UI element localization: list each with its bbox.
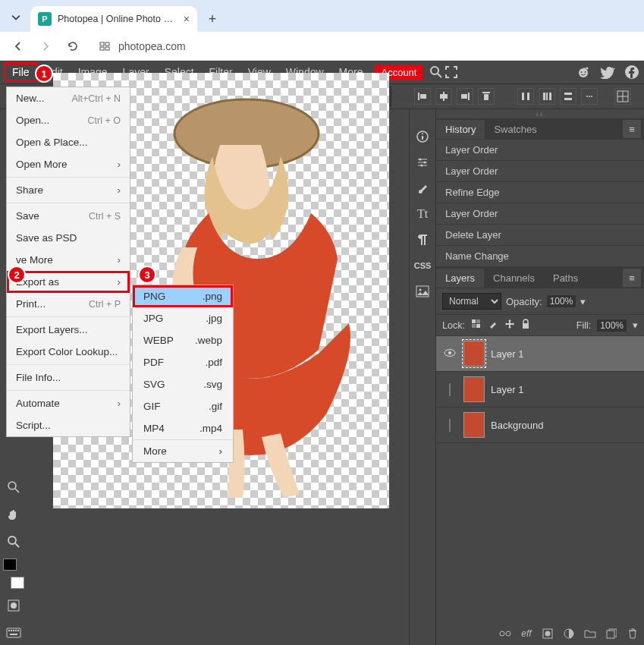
lock-all-icon[interactable] bbox=[521, 319, 530, 332]
dodge-tool-icon[interactable] bbox=[3, 477, 24, 498]
align-top-icon[interactable] bbox=[478, 88, 495, 105]
distribute-more-icon[interactable] bbox=[581, 88, 598, 105]
back-button[interactable] bbox=[8, 36, 29, 57]
forward-button[interactable] bbox=[35, 36, 56, 57]
distribute-1-icon[interactable] bbox=[517, 88, 534, 105]
opacity-value[interactable]: 100% bbox=[547, 295, 576, 307]
lock-move-icon[interactable] bbox=[504, 319, 515, 332]
file-save-psd[interactable]: Save as PSD bbox=[7, 227, 130, 249]
layer-row[interactable]: Layer 1 bbox=[436, 336, 644, 372]
export-png[interactable]: PNG.png bbox=[133, 285, 233, 307]
layers-panel-menu-icon[interactable]: ≡ bbox=[623, 269, 641, 287]
align-right-icon[interactable] bbox=[457, 88, 473, 105]
export-pdf[interactable]: PDF.pdf bbox=[133, 351, 233, 373]
layer-mask-icon[interactable] bbox=[541, 627, 554, 640]
keyboard-icon[interactable] bbox=[3, 622, 24, 643]
layer-name[interactable]: Layer 1 bbox=[491, 348, 523, 360]
export-webp[interactable]: WEBP.webp bbox=[133, 329, 233, 351]
export-svg[interactable]: SVG.svg bbox=[133, 373, 233, 395]
layers-tab[interactable]: Layers bbox=[436, 269, 484, 288]
info-panel-icon[interactable] bbox=[412, 127, 433, 146]
export-mp4[interactable]: MP4.mp4 bbox=[133, 417, 233, 439]
export-more[interactable]: More› bbox=[133, 439, 233, 462]
tab-close-icon[interactable]: × bbox=[184, 13, 190, 25]
search-icon[interactable] bbox=[429, 64, 444, 80]
link-layers-icon[interactable] bbox=[498, 627, 512, 640]
fullscreen-icon[interactable] bbox=[444, 64, 459, 80]
export-gif[interactable]: GIF.gif bbox=[133, 395, 233, 417]
panel-collapse-handle[interactable]: ‹‹ bbox=[436, 109, 644, 118]
visibility-toggle[interactable] bbox=[442, 384, 457, 395]
site-settings-icon[interactable] bbox=[97, 39, 112, 54]
image-panel-icon[interactable] bbox=[412, 282, 433, 300]
visibility-icon[interactable] bbox=[442, 348, 457, 360]
reddit-icon[interactable] bbox=[576, 64, 591, 80]
history-item[interactable]: Delete Layer bbox=[436, 225, 644, 246]
file-save-more[interactable]: ve More› bbox=[7, 249, 130, 271]
file-share[interactable]: Share› bbox=[7, 179, 130, 201]
fill-value[interactable]: 100% bbox=[597, 319, 627, 332]
zoom-tool-icon[interactable] bbox=[3, 531, 24, 552]
layer-thumbnail[interactable] bbox=[463, 412, 485, 438]
file-print[interactable]: Print...Ctrl + P bbox=[7, 293, 130, 315]
new-layer-icon[interactable] bbox=[605, 627, 618, 640]
distribute-2-icon[interactable] bbox=[539, 88, 555, 105]
file-export-layers[interactable]: Export Layers... bbox=[7, 319, 130, 341]
layer-row[interactable]: Layer 1 bbox=[436, 372, 644, 407]
paragraph-panel-icon[interactable] bbox=[412, 231, 433, 249]
file-open-place[interactable]: Open & Place... bbox=[7, 131, 130, 153]
lock-brush-icon[interactable] bbox=[488, 319, 498, 332]
opacity-slider-icon[interactable]: ▾ bbox=[580, 296, 586, 307]
file-automate[interactable]: Automate› bbox=[7, 392, 130, 414]
reload-button[interactable] bbox=[62, 36, 83, 57]
align-left-icon[interactable] bbox=[414, 88, 431, 105]
file-open-more[interactable]: Open More› bbox=[7, 153, 130, 175]
quickmask-icon[interactable] bbox=[3, 595, 24, 616]
layer-row[interactable]: Background bbox=[436, 407, 644, 443]
file-save[interactable]: SaveCtrl + S bbox=[7, 205, 130, 227]
channels-tab[interactable]: Channels bbox=[484, 269, 544, 288]
delete-layer-icon[interactable] bbox=[626, 627, 639, 640]
layer-name[interactable]: Background bbox=[491, 420, 543, 431]
file-info[interactable]: File Info... bbox=[7, 367, 130, 389]
hand-tool-icon[interactable] bbox=[3, 504, 24, 525]
menu-file[interactable]: File bbox=[5, 63, 37, 81]
facebook-icon[interactable] bbox=[624, 64, 639, 80]
file-new[interactable]: New...Alt+Ctrl + N bbox=[7, 87, 130, 109]
type-panel-icon[interactable]: Tt bbox=[412, 205, 433, 223]
fill-slider-icon[interactable]: ▾ bbox=[633, 319, 638, 331]
layer-thumbnail[interactable] bbox=[463, 376, 485, 402]
paths-tab[interactable]: Paths bbox=[544, 269, 587, 288]
history-panel-menu-icon[interactable]: ≡ bbox=[623, 120, 641, 138]
distribute-3-icon[interactable] bbox=[560, 88, 576, 105]
tab-search-dropdown[interactable] bbox=[6, 8, 26, 27]
file-script[interactable]: Script... bbox=[7, 414, 130, 436]
layer-effects-icon[interactable]: eff bbox=[520, 627, 533, 640]
visibility-toggle[interactable] bbox=[442, 420, 457, 431]
new-tab-button[interactable]: + bbox=[202, 8, 223, 30]
address-bar[interactable]: photopea.com bbox=[97, 39, 186, 54]
blend-mode-select[interactable]: Normal bbox=[442, 293, 501, 310]
swatches-tab[interactable]: Swatches bbox=[485, 120, 545, 139]
adjustment-layer-icon[interactable] bbox=[562, 627, 576, 640]
file-open[interactable]: Open...Ctrl + O bbox=[7, 109, 130, 131]
grid-icon[interactable] bbox=[614, 88, 631, 105]
history-item[interactable]: Layer Order bbox=[436, 203, 644, 225]
brush-panel-icon[interactable] bbox=[412, 179, 433, 197]
layer-thumbnail[interactable] bbox=[463, 341, 485, 367]
export-jpg[interactable]: JPG.jpg bbox=[133, 307, 233, 329]
lock-transparency-icon[interactable] bbox=[471, 319, 482, 332]
align-hcenter-icon[interactable] bbox=[435, 88, 452, 105]
file-export-clut[interactable]: Export Color Lookup... bbox=[7, 341, 130, 363]
history-item[interactable]: Name Change bbox=[436, 246, 644, 267]
layer-name[interactable]: Layer 1 bbox=[491, 384, 523, 395]
adjust-panel-icon[interactable] bbox=[412, 153, 433, 171]
history-item[interactable]: Layer Order bbox=[436, 161, 644, 182]
history-item[interactable]: Refine Edge bbox=[436, 182, 644, 203]
history-tab[interactable]: History bbox=[436, 120, 485, 139]
twitter-icon[interactable] bbox=[600, 64, 615, 80]
folder-icon[interactable] bbox=[583, 627, 597, 640]
css-panel-icon[interactable]: CSS bbox=[412, 256, 433, 275]
browser-tab[interactable]: P Photopea | Online Photo Edit × bbox=[30, 6, 197, 32]
history-item[interactable]: Layer Order bbox=[436, 140, 644, 161]
